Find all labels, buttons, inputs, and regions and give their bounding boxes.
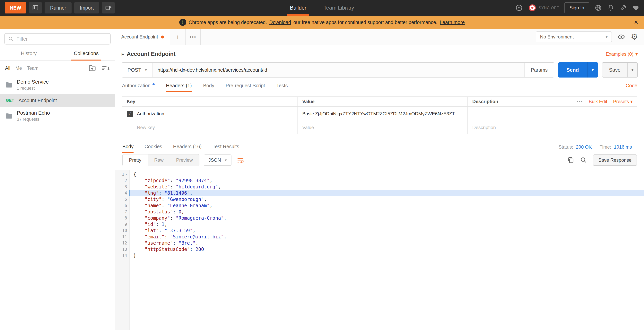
open-request-tab-label: Account Endpoint [121,34,158,40]
view-pretty[interactable]: Pretty [123,155,148,166]
presets-dropdown[interactable]: Presets ▾ [613,99,633,104]
tab-team-library[interactable]: Team Library [321,0,357,16]
download-link[interactable]: Download [269,19,291,25]
banner-text-start: Chrome apps are being deprecated. [189,19,267,25]
tab-pre-request-script[interactable]: Pre-request Script [226,83,265,92]
header-row-checkbox[interactable]: ✓ [127,111,133,117]
filter-input[interactable] [16,36,107,42]
collection-postman-echo[interactable]: Postman Echo 37 requests [0,107,115,125]
scope-me[interactable]: Me [16,65,22,71]
method-select[interactable]: POST ▾ [122,63,153,77]
sidebar-toggle-button[interactable] [29,2,42,13]
examples-dropdown[interactable]: Examples (0) ▾ [606,51,638,57]
code-line: 6 "name": "Leanne Graham", [115,202,644,209]
presets-label: Presets [613,99,629,104]
copy-icon[interactable] [567,157,574,164]
search-response-icon[interactable] [580,157,587,164]
notifications-bell-icon[interactable] [607,4,614,11]
new-tab-button[interactable]: + [170,29,186,45]
open-request-tab[interactable]: Account Endpoint [115,29,170,45]
new-description-input[interactable] [472,125,633,130]
collection-demo-service[interactable]: Demo Service 1 request [0,76,115,94]
key-cell: ✓ Authorization [122,107,297,121]
collapse-triangle-icon[interactable]: ▸ [122,51,124,57]
tab-builder[interactable]: Builder [287,0,309,16]
table-more-icon[interactable]: ••• [577,99,583,104]
url-bar: POST ▾ Params Send ▾ Save ▾ [115,60,644,79]
tab-test-results[interactable]: Test Results [212,144,239,153]
interceptor-icon[interactable] [515,4,523,12]
time-label: Time: [600,144,611,150]
url-input[interactable] [153,63,524,77]
column-description: Description ••• Bulk Edit Presets ▾ [467,97,637,106]
bulk-edit-link[interactable]: Bulk Edit [589,99,607,104]
whats-new-heart-icon[interactable] [632,4,639,11]
chevron-down-icon: ▾ [225,158,227,163]
sort-order-icon[interactable] [101,65,110,72]
code-line-text: { [130,171,644,177]
tab-authorization[interactable]: Authorization [122,83,155,92]
warning-icon: ! [179,19,186,26]
new-button[interactable]: NEW [5,2,26,13]
import-button[interactable]: Import [74,2,99,13]
params-button[interactable]: Params [524,63,554,77]
learn-more-link[interactable]: Learn more [440,19,465,25]
wrap-lines-icon[interactable] [236,157,244,164]
sign-in-button[interactable]: Sign In [564,2,589,13]
sync-status[interactable]: SYNC OFF [528,4,559,12]
environment-select[interactable]: No Environment ▾ [536,31,612,42]
response-body-viewer[interactable]: 1▾{2 "zipcode": "92998-3874",3 "website"… [115,170,644,330]
tab-body[interactable]: Body [203,83,214,92]
code-link[interactable]: Code [626,83,637,92]
scope-team[interactable]: Team [27,65,38,71]
environment-preview-eye-icon[interactable] [618,33,625,41]
header-key: Authorization [137,111,164,117]
tab-response-body[interactable]: Body [122,144,134,153]
tab-options-button[interactable]: ••• [186,29,201,45]
collection-meta: 37 requests [17,117,50,122]
view-preview[interactable]: Preview [170,155,199,166]
save-options-caret[interactable]: ▾ [627,63,637,77]
column-description-label: Description [472,99,498,104]
tab-response-headers[interactable]: Headers (16) [173,144,202,153]
tab-history[interactable]: History [0,46,58,60]
scope-all[interactable]: All [5,65,10,71]
new-key-input[interactable] [137,125,292,130]
settings-gear-icon[interactable]: ⚙ [631,33,638,41]
tab-response-cookies[interactable]: Cookies [144,144,162,153]
code-line-text: "lat": "-37.3159", [130,227,644,234]
tab-headers[interactable]: Headers (1) [166,83,192,92]
environment-select-value: No Environment [540,34,574,40]
fold-caret-icon[interactable]: ▾ [125,171,127,177]
new-value-input[interactable] [302,125,462,130]
tab-tests[interactable]: Tests [276,83,288,92]
request-account-endpoint[interactable]: GET Account Endpoint [0,94,115,107]
code-line-text: "company": "Romaguera-Crona", [130,215,644,221]
help-globe-icon[interactable] [595,4,602,11]
column-value: Value [297,97,467,106]
banner-close-icon[interactable]: × [634,19,638,26]
folder-icon [5,81,13,89]
environment-controls: No Environment ▾ ⚙ [536,29,644,45]
send-button[interactable]: Send [558,62,587,78]
code-line: 5 "city": "Gwenborough", [115,196,644,202]
save-response-button[interactable]: Save Response [593,155,637,166]
url-composite: POST ▾ Params [122,62,554,78]
code-line-text: "email": "Sincere@april.biz", [130,234,644,240]
request-title-row: ▸ Account Endpoint Examples (0) ▾ [115,45,644,60]
new-collection-icon[interactable] [88,64,96,72]
send-options-caret[interactable]: ▾ [587,62,598,78]
line-number: 8 [115,215,130,221]
method-badge: GET [6,98,14,103]
save-button-group: Save ▾ [602,62,638,78]
value-cell[interactable]: Basic ZjJjODhiNjgxZTY2NTYwOTM2ZGI5ZDljM2… [297,107,467,121]
description-cell[interactable] [467,107,637,121]
format-select[interactable]: JSON ▾ [204,155,232,166]
save-button[interactable]: Save [602,63,627,77]
new-window-button[interactable] [102,2,115,13]
feedback-wrench-icon[interactable] [620,4,627,11]
tab-collections[interactable]: Collections [58,46,115,60]
runner-button[interactable]: Runner [44,2,72,13]
new-key-cell [122,121,297,134]
view-raw[interactable]: Raw [148,155,170,166]
